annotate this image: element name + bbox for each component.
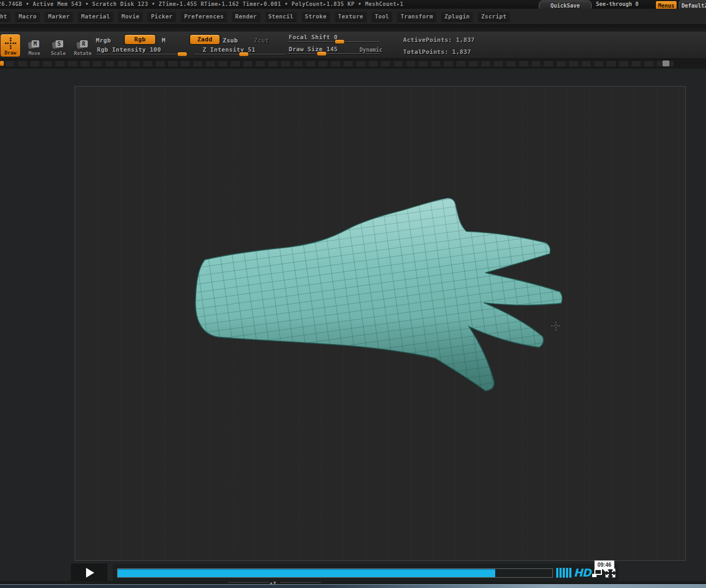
- hand-mesh-model: [75, 87, 686, 561]
- rotate-gyro-icon: R: [78, 40, 88, 49]
- volume-bars-icon[interactable]: [556, 568, 571, 578]
- page-bottom-bar: [0, 584, 706, 588]
- active-points-readout: ActivePoints: 1,837: [403, 36, 475, 44]
- z-intensity-slider[interactable]: Z Intensity 51: [194, 46, 285, 57]
- play-button[interactable]: [71, 564, 107, 582]
- menu-bar: ht Macro Marker Material Movie Picker Pr…: [0, 9, 706, 25]
- top-shelf-toolbar: Draw M Move S Scale R Rotate Mrgb Rgb M …: [0, 32, 706, 59]
- draw-size-handle[interactable]: [317, 52, 326, 56]
- status-bar: 26.74GB • Active Mem 543 • Scratch Disk …: [0, 0, 706, 9]
- zsub-mode-button[interactable]: Zsub: [223, 35, 238, 46]
- time-tooltip-text: 09:46: [598, 562, 612, 568]
- scale-tool-button[interactable]: S Scale: [48, 34, 69, 57]
- see-through-label: See-through 0: [596, 1, 638, 7]
- menu-item-render[interactable]: Render: [232, 11, 260, 21]
- splitter-line: [228, 582, 269, 583]
- menu-item-preferences[interactable]: Preferences: [181, 11, 227, 21]
- rgb-intensity-slider[interactable]: Rgb Intensity 100: [96, 46, 188, 57]
- progress-fill: [118, 569, 495, 577]
- draw-tool-button[interactable]: Draw: [0, 34, 21, 57]
- draw-size-label: Draw Size 145: [289, 46, 338, 53]
- crosshair-cursor: [551, 321, 561, 330]
- tool-label: Draw: [4, 50, 16, 56]
- tray-accent-marker: [0, 61, 4, 66]
- z-intensity-handle[interactable]: [239, 52, 248, 56]
- menu-item-movie[interactable]: Movie: [118, 11, 143, 21]
- focal-shift-slider[interactable]: Focal Shift 0: [288, 33, 379, 44]
- rotate-tool-button[interactable]: R Rotate: [71, 34, 94, 57]
- draw-size-slider[interactable]: Draw Size 145: [288, 45, 359, 56]
- progress-track[interactable]: [117, 568, 553, 578]
- menu-item-marker[interactable]: Marker: [45, 11, 73, 21]
- scale-gyro-icon: S: [54, 40, 63, 49]
- move-gyro-icon: M: [30, 40, 39, 49]
- rgb-intensity-label: Rgb Intensity 100: [97, 46, 161, 53]
- tray-tick-marks: [5, 61, 673, 66]
- draw-cross-icon: [5, 38, 16, 48]
- menu-item-macro[interactable]: Macro: [15, 11, 40, 21]
- document-viewport[interactable]: [75, 86, 686, 561]
- rotate-badge: R: [80, 40, 88, 47]
- menu-item-light[interactable]: ht: [0, 11, 10, 21]
- fullscreen-icon[interactable]: [605, 568, 616, 578]
- menu-item-texture[interactable]: Texture: [335, 11, 367, 21]
- slider-track: [288, 53, 380, 54]
- menu-item-picker[interactable]: Picker: [148, 11, 176, 21]
- zcut-mode-button[interactable]: Zcut: [254, 35, 269, 46]
- rgb-mode-button[interactable]: Rgb: [124, 34, 156, 45]
- divider-tray-strip: [0, 59, 706, 69]
- play-icon: [86, 568, 94, 578]
- scale-badge: S: [56, 40, 63, 47]
- menu-item-zscript[interactable]: Zscript: [478, 11, 509, 21]
- menu-item-transform[interactable]: Transform: [397, 11, 436, 21]
- zadd-mode-button[interactable]: Zadd: [190, 34, 220, 45]
- m-mode-button[interactable]: M: [162, 35, 166, 46]
- menu-item-stencil[interactable]: Stencil: [265, 11, 297, 21]
- focal-shift-label: Focal Shift 0: [289, 34, 338, 41]
- tool-label: Move: [28, 51, 40, 56]
- move-tool-button[interactable]: M Move: [24, 34, 45, 57]
- rgb-intensity-handle[interactable]: [178, 52, 187, 56]
- focal-shift-handle[interactable]: [335, 40, 344, 44]
- mrgb-mode-button[interactable]: Mrgb: [96, 35, 111, 46]
- slider-track: [288, 41, 379, 42]
- menu-item-tool[interactable]: Tool: [372, 11, 393, 21]
- player-control-bar: 09:46 HD: [113, 564, 618, 582]
- menu-item-stroke[interactable]: Stroke: [302, 11, 330, 21]
- splitter-line: [280, 582, 321, 583]
- tool-label: Scale: [51, 51, 65, 56]
- tray-scrollbar-thumb[interactable]: [662, 60, 670, 66]
- dynamic-mode-label[interactable]: Dynamic: [360, 47, 382, 53]
- memory-and-timing-status: 26.74GB • Active Mem 543 • Scratch Disk …: [0, 1, 404, 7]
- tool-label: Rotate: [74, 51, 92, 56]
- move-badge: M: [32, 40, 39, 47]
- menubar-toolbar-divider: [0, 25, 706, 32]
- total-points-readout: TotalPoints: 1,837: [403, 48, 471, 56]
- menu-item-material[interactable]: Material: [78, 11, 113, 21]
- resize-player-icon[interactable]: [592, 569, 602, 577]
- slider-track: [96, 54, 188, 54]
- menu-item-zplugin[interactable]: Zplugin: [441, 11, 473, 21]
- app-window: 26.74GB • Active Mem 543 • Scratch Disk …: [0, 0, 706, 588]
- hd-badge[interactable]: HD: [574, 566, 591, 579]
